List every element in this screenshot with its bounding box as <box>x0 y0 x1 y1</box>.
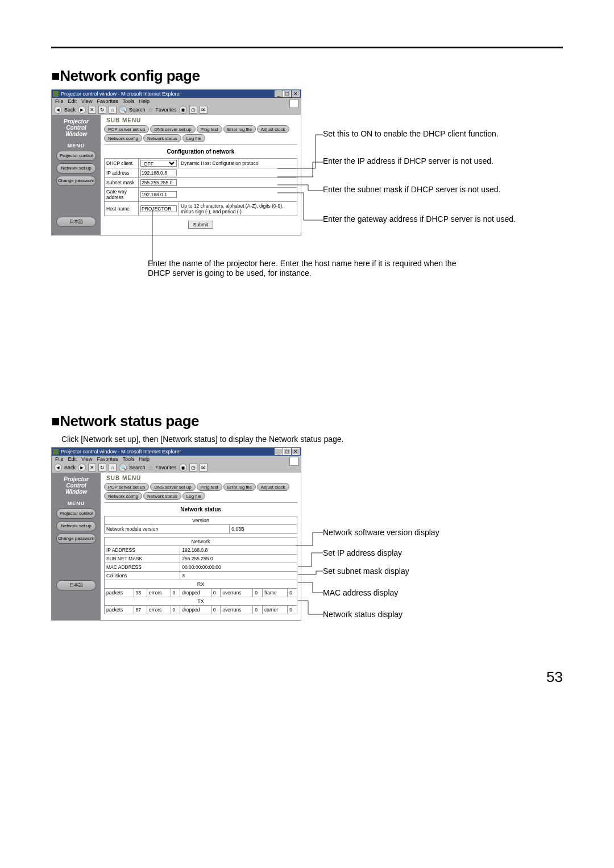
menu-tools[interactable]: Tools <box>122 456 134 462</box>
stop-icon[interactable]: ✕ <box>88 106 96 114</box>
value-ip: 192.168.0.8 <box>182 547 208 553</box>
minimize-icon[interactable]: _ <box>275 448 283 455</box>
history-icon[interactable]: ◷ <box>189 464 197 472</box>
close-icon[interactable]: ✕ <box>292 90 300 97</box>
forward-icon[interactable]: ► <box>78 106 86 114</box>
form-title: Configuration of network <box>104 148 297 155</box>
tab-pop[interactable]: POP server set up <box>104 125 149 133</box>
search-icon[interactable]: 🔍 <box>119 464 127 472</box>
value-mac: 00:00:00:00:00:00 <box>182 564 221 570</box>
label-mask: SUB NET MASK <box>106 556 142 561</box>
mail-icon[interactable]: ✉ <box>200 464 208 472</box>
callout-host: Enter the name of the projector here. En… <box>148 259 466 278</box>
tab-adjustclock[interactable]: Adjust clock <box>257 125 289 133</box>
favorites-icon[interactable]: ☆ <box>148 464 154 472</box>
tab-errorlog[interactable]: Error log file <box>223 125 256 133</box>
submit-button[interactable]: Submit <box>188 221 213 229</box>
menu-projector-control[interactable]: Projector control <box>56 151 96 161</box>
menu-favorites[interactable]: Favorites <box>97 98 118 104</box>
callout-dhcp: Set this to ON to enable the DHCP client… <box>323 129 499 139</box>
tab-ping[interactable]: Ping test <box>197 483 222 491</box>
tab-networkconfig[interactable]: Network config <box>104 492 142 500</box>
tab-networkstatus[interactable]: Network status <box>143 492 181 500</box>
callout-mask: Set subnet mask display <box>323 567 409 576</box>
media-icon[interactable]: ◉ <box>179 106 187 114</box>
input-ip[interactable] <box>140 170 177 176</box>
browser-window: Projector control window - Microsoft Int… <box>51 89 301 235</box>
minimize-icon[interactable]: _ <box>275 90 283 97</box>
menu-edit[interactable]: Edit <box>68 98 77 104</box>
tab-networkconfig[interactable]: Network config <box>104 134 142 142</box>
app-icon <box>53 91 59 97</box>
rx-heading: RX <box>105 580 297 589</box>
tab-logfile[interactable]: Log file <box>182 492 205 500</box>
menu-view[interactable]: View <box>81 98 92 104</box>
menu-change-password[interactable]: Change password <box>56 176 96 186</box>
menu-network-setup[interactable]: Network set up <box>56 521 96 531</box>
menu-help[interactable]: Help <box>139 456 150 462</box>
desc-dhcp: Dynamic Host Configuration protocol <box>181 160 259 166</box>
menu-network-setup[interactable]: Network set up <box>56 163 96 173</box>
favorites-label: Favorites <box>156 107 177 113</box>
section-network-status: ■Network status page Click [Network set … <box>51 412 563 675</box>
callout-mac: MAC address display <box>323 588 398 598</box>
network-heading: Network <box>105 538 297 546</box>
menu-change-password[interactable]: Change password <box>56 534 96 544</box>
content-area: SUB MENU POP server set up DNS server se… <box>101 115 301 235</box>
input-gw[interactable] <box>140 191 177 198</box>
tab-logfile[interactable]: Log file <box>182 134 205 142</box>
history-icon[interactable]: ◷ <box>189 106 197 114</box>
media-icon[interactable]: ◉ <box>179 464 187 472</box>
version-heading: Version <box>105 516 297 525</box>
config-form: DHCP client OFF Dynamic Host Configurati… <box>104 158 297 216</box>
refresh-icon[interactable]: ↻ <box>98 106 106 114</box>
favorites-icon[interactable]: ☆ <box>148 106 154 114</box>
refresh-icon[interactable]: ↻ <box>98 464 106 472</box>
menu-japanese[interactable]: 日本語 <box>56 217 96 227</box>
search-icon[interactable]: 🔍 <box>119 106 127 114</box>
menu-file[interactable]: File <box>55 98 64 104</box>
tab-dns[interactable]: DNS server set up <box>150 125 195 133</box>
brand: ProjectorControlWindow <box>64 476 89 495</box>
ie-logo-icon <box>289 99 298 108</box>
select-dhcp[interactable]: OFF <box>140 160 177 167</box>
menu-japanese[interactable]: 日本語 <box>56 580 96 590</box>
menu-projector-control[interactable]: Projector control <box>56 509 96 519</box>
menu-file[interactable]: File <box>55 456 64 462</box>
window-title: Projector control window - Microsoft Int… <box>61 91 275 97</box>
search-label: Search <box>129 107 146 113</box>
menu-favorites[interactable]: Favorites <box>97 456 118 462</box>
stop-icon[interactable]: ✕ <box>88 464 96 472</box>
close-icon[interactable]: ✕ <box>292 448 300 455</box>
tab-adjustclock[interactable]: Adjust clock <box>257 483 289 491</box>
submenu-label: SUB MENU <box>104 117 297 123</box>
maximize-icon[interactable]: □ <box>283 90 291 97</box>
desc-host: Up to 12 characters. alphabet (A-Z), dig… <box>181 203 283 214</box>
label-gw: Gate way address <box>106 189 127 200</box>
home-icon[interactable]: ⌂ <box>109 106 117 114</box>
back-icon[interactable]: ◄ <box>54 464 62 472</box>
network-table: Network IP ADDRESS192.168.0.8 SUB NET MA… <box>104 537 297 614</box>
mail-icon[interactable]: ✉ <box>200 106 208 114</box>
version-table: Version Network module version 0.03B <box>104 516 297 534</box>
tab-pop[interactable]: POP server set up <box>104 483 149 491</box>
input-mask[interactable] <box>140 179 177 186</box>
intro-text: Click [Network set up], then [Network st… <box>61 435 563 444</box>
menu-help[interactable]: Help <box>139 98 150 104</box>
tab-ping[interactable]: Ping test <box>197 125 222 133</box>
input-host[interactable] <box>140 205 177 212</box>
tab-errorlog[interactable]: Error log file <box>223 483 256 491</box>
callout-mask: Enter the subnet mask if DHCP server is … <box>323 185 501 195</box>
maximize-icon[interactable]: □ <box>283 448 291 455</box>
menu-view[interactable]: View <box>81 456 92 462</box>
callout-ip: Set IP address display <box>323 548 402 558</box>
toolbar: ◄ Back ► ✕ ↻ ⌂ 🔍 Search ☆ Favorites ◉ ◷ … <box>52 105 301 115</box>
forward-icon[interactable]: ► <box>78 464 86 472</box>
tab-networkstatus[interactable]: Network status <box>143 134 181 142</box>
back-icon[interactable]: ◄ <box>54 106 62 114</box>
tab-dns[interactable]: DNS server set up <box>150 483 195 491</box>
label-coll: Collisions <box>106 573 127 578</box>
menu-tools[interactable]: Tools <box>122 98 134 104</box>
menu-edit[interactable]: Edit <box>68 456 77 462</box>
home-icon[interactable]: ⌂ <box>109 464 117 472</box>
